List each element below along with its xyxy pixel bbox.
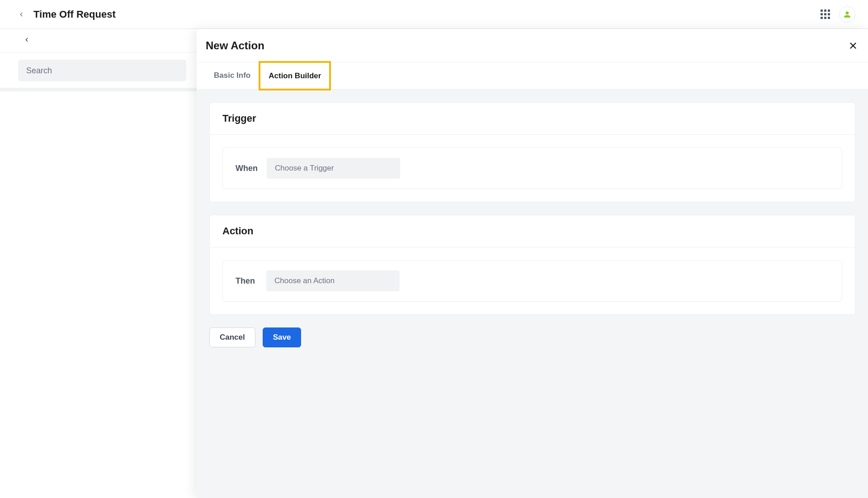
action-card: Action Then Choose an Action [209,215,855,315]
slideover-panel: New Action Basic Info Action Builder Tri… [197,29,868,498]
breadcrumb-back-button[interactable] [24,35,30,46]
close-button[interactable] [848,41,858,51]
sidebar-panel [0,52,197,498]
tab-label: Action Builder [269,71,321,81]
choose-trigger-dropdown[interactable]: Choose a Trigger [267,158,400,179]
tab-basic-info[interactable]: Basic Info [206,62,259,89]
dropdown-placeholder: Choose a Trigger [275,164,334,172]
trigger-card: Trigger When Choose a Trigger [209,102,855,202]
tab-label: Basic Info [214,71,250,80]
chevron-left-icon [24,35,30,44]
card-body: Then Choose an Action [210,247,855,314]
search-input[interactable] [18,60,186,81]
card-body: When Choose a Trigger [210,135,855,202]
button-label: Cancel [220,333,245,342]
trigger-row: When Choose a Trigger [222,147,842,189]
button-label: Save [273,333,291,342]
card-header: Action [210,215,855,247]
then-label: Then [236,276,257,286]
cancel-button[interactable]: Cancel [209,327,255,347]
page-title: Time Off Request [33,9,116,20]
choose-action-dropdown[interactable]: Choose an Action [266,270,400,291]
chevron-left-icon [18,10,24,19]
tab-action-builder[interactable]: Action Builder [259,61,331,90]
dropdown-placeholder: Choose an Action [274,276,335,285]
sidebar-divider [0,88,197,91]
slideover-header: New Action [197,29,868,62]
card-title: Action [222,225,842,237]
apps-menu-button[interactable] [821,9,830,19]
action-row: Then Choose an Action [222,260,842,302]
card-header: Trigger [210,103,855,135]
back-button[interactable] [18,10,24,19]
tabs-row: Basic Info Action Builder [197,62,868,90]
slideover-body: Trigger When Choose a Trigger Action The… [197,90,868,498]
top-header: Time Off Request [0,0,868,29]
save-button[interactable]: Save [263,327,302,347]
when-label: When [236,164,258,173]
user-icon [843,10,851,19]
slideover-title: New Action [206,39,264,52]
header-right [821,6,855,23]
card-title: Trigger [222,113,842,124]
header-left: Time Off Request [18,9,116,20]
user-avatar-button[interactable] [839,6,855,23]
close-icon [848,41,858,51]
footer-buttons: Cancel Save [209,327,855,347]
